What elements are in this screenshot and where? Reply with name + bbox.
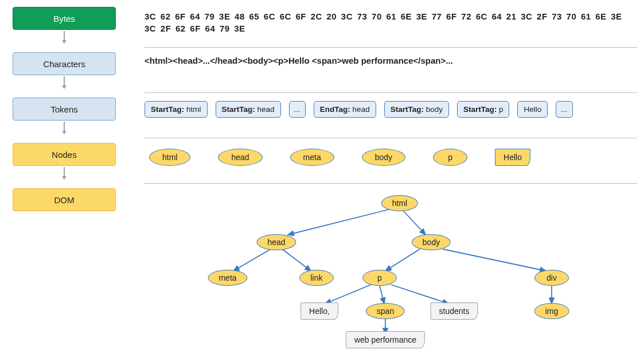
tree-node-span: span xyxy=(366,303,405,319)
svg-line-2 xyxy=(233,249,271,271)
arrow-tokens-to-nodes xyxy=(64,122,65,132)
arrow-characters-to-tokens xyxy=(64,76,65,87)
tree-text-web-performance: web performance xyxy=(346,331,425,348)
node-html: html xyxy=(149,149,190,166)
tree-node-img: img xyxy=(534,303,569,319)
tokens-row: StartTag: html StartTag: head ... EndTag… xyxy=(145,101,637,118)
bytes-hex-text: 3C 62 6F 64 79 3E 48 65 6C 6C 6F 2C 20 3… xyxy=(145,10,637,34)
tree-node-head: head xyxy=(256,234,296,250)
dom-tree: html head body meta link p div Hello, sp… xyxy=(145,192,638,347)
svg-line-0 xyxy=(288,209,391,235)
svg-line-1 xyxy=(403,210,426,235)
node-body: body xyxy=(362,149,405,166)
tree-node-div: div xyxy=(534,270,569,286)
nodes-row: html head meta body p Hello xyxy=(145,146,637,166)
token-starttag-p: StartTag: p xyxy=(457,101,510,118)
arrow-nodes-to-dom xyxy=(64,167,65,177)
stage-bytes: Bytes xyxy=(13,7,116,30)
divider-2 xyxy=(145,92,637,93)
token-starttag-html: StartTag: html xyxy=(145,101,208,118)
tree-node-meta: meta xyxy=(208,270,247,286)
token-starttag-body: StartTag: body xyxy=(384,101,449,118)
node-text-hello: Hello xyxy=(495,149,530,166)
node-meta: meta xyxy=(290,149,334,166)
stage-dom: DOM xyxy=(13,188,116,211)
divider-1 xyxy=(145,47,637,48)
stage-nodes: Nodes xyxy=(13,143,116,166)
tree-text-students: students xyxy=(431,302,478,320)
token-starttag-head: StartTag: head xyxy=(216,101,281,118)
node-p: p xyxy=(433,149,467,166)
divider-4 xyxy=(145,183,637,184)
node-head: head xyxy=(218,149,262,166)
token-text-hello: Hello xyxy=(517,101,548,118)
svg-line-8 xyxy=(391,285,448,304)
divider-3 xyxy=(145,138,637,138)
tree-node-p: p xyxy=(362,270,397,286)
svg-line-4 xyxy=(385,249,420,271)
tree-node-body: body xyxy=(412,234,451,250)
svg-line-6 xyxy=(325,285,371,304)
token-ellipsis-2: ... xyxy=(556,101,572,118)
svg-line-5 xyxy=(443,249,546,271)
stage-characters: Characters xyxy=(13,52,116,75)
tree-node-link: link xyxy=(299,270,334,286)
arrow-bytes-to-characters xyxy=(64,31,65,41)
token-ellipsis-1: ... xyxy=(289,101,306,118)
svg-line-7 xyxy=(380,286,384,304)
tree-node-html: html xyxy=(381,195,418,211)
stage-tokens: Tokens xyxy=(13,98,116,121)
tree-text-hello: Hello, xyxy=(300,302,338,320)
characters-text: <html><head>...</head><body><p>Hello <sp… xyxy=(145,56,637,65)
svg-line-3 xyxy=(282,249,311,271)
token-endtag-head: EndTag: head xyxy=(314,101,376,118)
